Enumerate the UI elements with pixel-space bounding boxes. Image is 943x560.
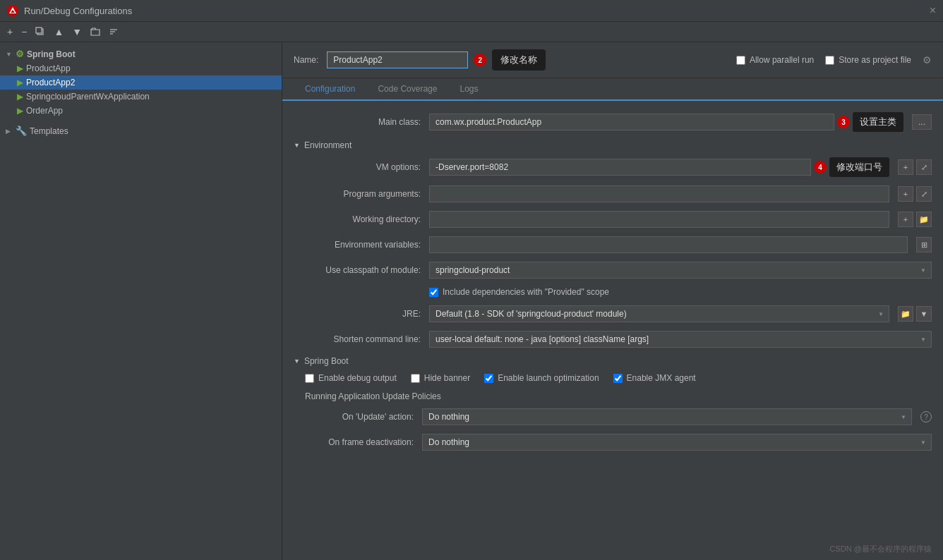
enable-debug-label[interactable]: Enable debug output <box>305 373 397 383</box>
app-icon <box>7 5 18 16</box>
include-deps-row: Include dependencies with "Provided" sco… <box>294 287 932 297</box>
vm-options-wrapper: 4 修改端口号 <box>429 157 889 177</box>
allow-parallel-label[interactable]: Allow parallel run <box>736 55 814 65</box>
dir-browse-btn[interactable]: 📁 <box>916 212 932 227</box>
classpath-label: Use classpath of module: <box>294 265 421 275</box>
environment-toggle[interactable]: ▼ <box>294 142 300 149</box>
main-class-input[interactable] <box>429 114 834 130</box>
spring-boot-toggle[interactable]: ▼ <box>294 358 300 365</box>
toolbar: + − ▲ ▼ <box>0 22 943 42</box>
allow-parallel-checkbox[interactable] <box>736 56 745 65</box>
enable-launch-checkbox[interactable] <box>484 374 493 383</box>
name-field-label: Name: <box>294 55 318 65</box>
include-deps-checkbox[interactable] <box>429 288 438 297</box>
jre-row: JRE: Default (1.8 - SDK of 'springcloud-… <box>294 305 932 322</box>
working-dir-input[interactable] <box>429 211 889 228</box>
vm-options-input[interactable] <box>429 159 811 176</box>
main-class-row: Main class: 3 设置主类 ... <box>294 112 932 132</box>
env-expand-btn[interactable]: ⊞ <box>916 237 932 252</box>
hide-banner-checkbox[interactable] <box>411 374 420 383</box>
watermark: CSDN @最不会程序的程序猿 <box>830 544 932 554</box>
include-deps-label: Include dependencies with "Provided" sco… <box>443 287 609 297</box>
jre-select[interactable]: Default (1.8 - SDK of 'springcloud-produ… <box>429 305 889 322</box>
copy-config-button[interactable] <box>32 25 48 38</box>
tree-item-orderapp[interactable]: ▶ OrderApp <box>0 104 282 118</box>
hide-banner-label[interactable]: Hide banner <box>411 373 470 383</box>
templates-item[interactable]: ▶ 🔧 Templates <box>0 123 282 138</box>
vm-expand-btn[interactable]: ⤢ <box>916 159 932 175</box>
spring-icon: ⚙ <box>16 49 24 59</box>
svg-rect-3 <box>36 28 42 33</box>
env-vars-label: Environment variables: <box>294 240 421 250</box>
name-input[interactable] <box>327 51 468 68</box>
app-run-icon-3: ▶ <box>17 92 23 102</box>
store-as-project-label[interactable]: Store as project file <box>825 55 911 65</box>
on-frame-select-wrapper: Do nothing <box>422 434 932 451</box>
badge-4: 4 <box>814 161 827 174</box>
store-as-project-checkbox[interactable] <box>825 56 834 65</box>
args-add-btn[interactable]: + <box>898 186 913 202</box>
args-expand-btn[interactable]: ⤢ <box>916 186 932 202</box>
tab-code-coverage[interactable]: Code Coverage <box>366 78 448 101</box>
running-update-label: Running Application Update Policies <box>305 391 441 401</box>
app-run-icon: ▶ <box>17 63 23 73</box>
tree-item-productapp2[interactable]: ▶ ProductApp2 <box>0 75 282 90</box>
environment-section-header: ▼ Environment <box>294 140 932 150</box>
enable-debug-checkbox[interactable] <box>305 374 314 383</box>
store-as-project-text: Store as project file <box>839 55 911 65</box>
enable-jmx-checkbox[interactable] <box>613 374 623 383</box>
on-frame-select[interactable]: Do nothing <box>422 434 932 451</box>
remove-config-button[interactable]: − <box>18 25 30 39</box>
tooltip-vm-options: 修改端口号 <box>829 157 889 177</box>
wrench-icon: 🔧 <box>16 126 27 136</box>
add-config-button[interactable]: + <box>4 25 16 39</box>
tooltip-main-class: 设置主类 <box>853 112 903 132</box>
spring-boot-section-label: Spring Boot <box>304 356 349 366</box>
env-vars-row: Environment variables: ⊞ <box>294 236 932 253</box>
shorten-cmd-row: Shorten command line: user-local default… <box>294 331 932 348</box>
tooltip-name: 修改名称 <box>492 49 546 71</box>
tab-logs[interactable]: Logs <box>448 78 489 101</box>
gear-button[interactable]: ⚙ <box>923 54 932 66</box>
program-args-row: Program arguments: + ⤢ <box>294 185 932 202</box>
on-update-label: On 'Update' action: <box>294 412 414 422</box>
move-to-folder-button[interactable] <box>88 25 103 38</box>
close-button[interactable]: × <box>930 4 936 17</box>
shorten-cmd-label: Shorten command line: <box>294 334 421 344</box>
jre-browse-btn[interactable]: 📁 <box>898 306 913 322</box>
enable-jmx-label[interactable]: Enable JMX agent <box>613 373 696 383</box>
main-class-browse-button[interactable]: ... <box>912 114 932 130</box>
app-run-icon-4: ▶ <box>17 106 23 116</box>
on-update-select[interactable]: Do nothing <box>422 408 912 425</box>
tree-item-springcloud-wx[interactable]: ▶ SpringcloudParentWxApplication <box>0 90 282 104</box>
classpath-select[interactable]: springcloud-product <box>429 262 932 279</box>
shorten-cmd-select[interactable]: user-local default: none - java [options… <box>429 331 932 348</box>
tab-configuration[interactable]: Configuration <box>294 78 366 101</box>
dir-add-btn[interactable]: + <box>898 212 913 227</box>
move-down-button[interactable]: ▼ <box>69 25 85 39</box>
vm-add-btn[interactable]: + <box>898 159 913 175</box>
tree-item-productapp[interactable]: ▶ ProductApp <box>0 61 282 75</box>
on-frame-row: On frame deactivation: Do nothing <box>294 434 932 451</box>
move-up-button[interactable]: ▲ <box>51 25 66 39</box>
program-args-input[interactable] <box>429 185 889 202</box>
jre-dropdown-btn[interactable]: ▼ <box>916 306 932 322</box>
spring-boot-group[interactable]: ▼ ⚙ Spring Boot <box>0 47 282 61</box>
badge-2: 2 <box>474 54 486 66</box>
productapp2-label: ProductApp2 <box>26 78 75 87</box>
enable-jmx-text: Enable JMX agent <box>627 373 696 383</box>
on-update-help-icon[interactable]: ? <box>920 411 932 422</box>
name-input-wrapper: 2 修改名称 <box>327 49 546 71</box>
orderapp-label: OrderApp <box>26 106 63 116</box>
environment-label: Environment <box>304 140 352 150</box>
program-args-actions: + ⤢ <box>898 186 932 202</box>
classpath-select-wrapper: springcloud-product <box>429 262 932 279</box>
sort-button[interactable] <box>106 25 121 38</box>
badge-3: 3 <box>837 116 850 128</box>
enable-launch-label[interactable]: Enable launch optimization <box>484 373 599 383</box>
env-vars-actions: ⊞ <box>916 237 932 252</box>
tabs-bar: Configuration Code Coverage Logs <box>282 78 943 101</box>
enable-debug-text: Enable debug output <box>318 373 397 383</box>
env-vars-input[interactable] <box>429 236 908 253</box>
productapp-label: ProductApp <box>26 63 71 73</box>
